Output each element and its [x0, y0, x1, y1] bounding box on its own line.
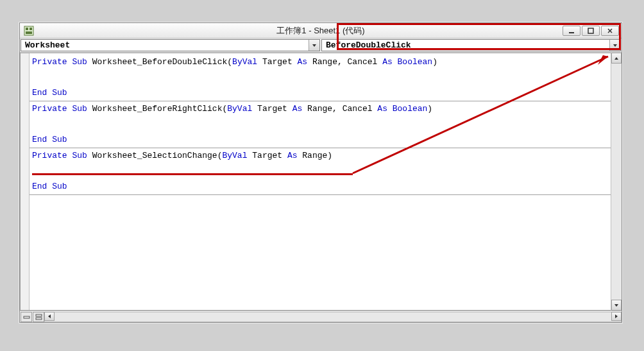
svg-rect-7: [36, 314, 42, 316]
code-pane: Private Sub Worksheet_BeforeDoubleClick(…: [20, 53, 622, 311]
code-editor[interactable]: Private Sub Worksheet_BeforeDoubleClick(…: [30, 53, 621, 310]
window-controls: [563, 26, 619, 36]
procedure-view-button[interactable]: [21, 312, 32, 322]
window-icon: [24, 26, 34, 36]
svg-rect-8: [36, 318, 42, 320]
close-button[interactable]: [601, 26, 619, 36]
vertical-scrollbar[interactable]: [611, 53, 622, 311]
proc-separator: [30, 148, 621, 148]
object-dropdown[interactable]: Worksheet: [21, 39, 320, 51]
scroll-up-icon[interactable]: [611, 53, 622, 64]
svg-rect-1: [26, 28, 28, 30]
horizontal-scrollbar[interactable]: [44, 312, 622, 322]
proc-separator: [30, 194, 621, 195]
maximize-button[interactable]: [582, 26, 600, 36]
full-module-view-button[interactable]: [33, 312, 44, 322]
chevron-down-icon: [609, 40, 620, 51]
procedure-dropdown-text: BeforeDoubleClick: [322, 40, 609, 50]
scroll-right-icon[interactable]: [611, 312, 622, 321]
proc-separator: [30, 101, 621, 101]
scroll-left-icon[interactable]: [44, 312, 55, 321]
window-title: 工作簿1 - Sheet1 (代码): [20, 25, 622, 37]
object-dropdown-text: Worksheet: [21, 40, 309, 50]
vba-code-window: 工作簿1 - Sheet1 (代码) Worksheet BeforeDoubl…: [19, 22, 622, 323]
minimize-button[interactable]: [563, 26, 580, 36]
chevron-down-icon: [309, 40, 319, 51]
svg-rect-3: [26, 31, 32, 34]
svg-rect-6: [24, 316, 30, 318]
svg-rect-5: [588, 28, 593, 33]
svg-rect-4: [569, 32, 574, 33]
scroll-down-icon[interactable]: [611, 300, 622, 311]
bottom-bar: [20, 311, 622, 322]
procedure-dropdown[interactable]: BeforeDoubleClick: [321, 39, 621, 51]
dropdown-row: Worksheet BeforeDoubleClick: [20, 39, 622, 53]
code-gutter: [21, 53, 30, 310]
titlebar: 工作簿1 - Sheet1 (代码): [20, 23, 622, 39]
svg-rect-2: [30, 28, 32, 30]
